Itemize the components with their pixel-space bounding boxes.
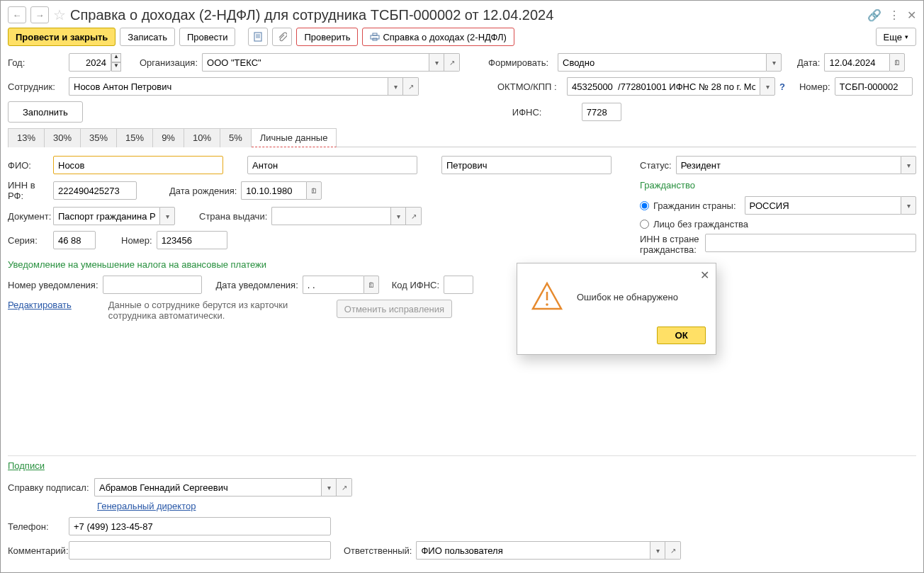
tab-5[interactable]: 5% (220, 128, 252, 147)
birth-calendar-button[interactable]: 🗓 (306, 181, 322, 200)
signed-by-label: Справку подписал: (8, 482, 90, 493)
print-ndfl-button[interactable]: Справка о доходах (2-НДФЛ) (362, 28, 514, 46)
status-label: Статус: (640, 160, 672, 171)
svg-rect-0 (254, 33, 261, 41)
year-up-button[interactable]: ▲ (111, 53, 121, 62)
notice-num-input[interactable] (103, 276, 202, 294)
document-icon-button[interactable] (248, 28, 268, 46)
document-icon (253, 32, 263, 42)
post-button[interactable]: Провести (179, 28, 236, 46)
fill-button[interactable]: Заполнить (8, 101, 83, 123)
more-button[interactable]: Еще ▾ (876, 28, 916, 46)
issue-country-input[interactable] (271, 207, 390, 225)
status-input[interactable] (676, 156, 901, 174)
surname-input[interactable] (53, 156, 223, 174)
patronymic-input[interactable] (441, 156, 612, 174)
notice-date-input[interactable] (303, 276, 364, 294)
formation-input[interactable] (558, 53, 766, 72)
ifns-input[interactable] (582, 103, 621, 121)
fio-label: ФИО: (8, 160, 49, 171)
inn-rf-input[interactable] (53, 181, 137, 200)
tabs: 13% 30% 35% 15% 9% 10% 5% Личные данные (8, 128, 916, 147)
signed-by-input[interactable] (94, 478, 321, 497)
country-input[interactable] (745, 196, 901, 215)
responsible-input[interactable] (416, 541, 650, 560)
year-down-button[interactable]: ▼ (111, 62, 121, 72)
employee-open-button[interactable]: ↗ (403, 77, 419, 96)
comment-label: Комментарий: (8, 545, 64, 556)
date-label: Дата: (797, 57, 820, 68)
document-input[interactable] (53, 207, 159, 225)
chevron-down-icon: ▾ (905, 33, 908, 40)
stateless-radio-label: Лицо без гражданства (653, 219, 748, 229)
ifns-code-input[interactable] (444, 276, 473, 294)
cancel-corrections-button[interactable]: Отменить исправления (337, 300, 452, 318)
tab-15[interactable]: 15% (117, 128, 153, 147)
edit-link[interactable]: Редактировать (8, 300, 72, 310)
issue-country-dropdown-button[interactable]: ▾ (390, 207, 406, 225)
number-input[interactable] (835, 77, 913, 96)
date-input[interactable] (824, 53, 889, 72)
issue-country-open-button[interactable]: ↗ (406, 207, 422, 225)
status-dropdown-button[interactable]: ▾ (901, 156, 916, 174)
stateless-radio[interactable] (640, 220, 649, 229)
check-button[interactable]: Проверить (296, 28, 358, 46)
signatures-link[interactable]: Подписи (8, 460, 45, 471)
nav-back-button[interactable]: ← (8, 6, 26, 23)
responsible-dropdown-button[interactable]: ▾ (650, 541, 665, 560)
nav-forward-button[interactable]: → (30, 6, 49, 23)
name-input[interactable] (247, 156, 417, 174)
series-input[interactable] (53, 231, 96, 249)
post-and-close-button[interactable]: Провести и закрыть (8, 28, 116, 46)
tab-13[interactable]: 13% (8, 128, 45, 147)
doc-number-input[interactable] (157, 231, 227, 249)
citizenship-title: Гражданство (640, 180, 916, 191)
birth-label: Дата рождения: (169, 186, 237, 196)
document-label: Документ: (8, 211, 49, 222)
responsible-open-button[interactable]: ↗ (665, 541, 681, 560)
year-input[interactable] (69, 53, 111, 72)
signed-by-open-button[interactable]: ↗ (337, 478, 352, 497)
oktmo-label: ОКТМО/КПП : (497, 81, 563, 92)
employee-input[interactable] (69, 77, 388, 96)
inn-country-input[interactable] (705, 234, 916, 252)
tab-35[interactable]: 35% (81, 128, 117, 147)
link-icon[interactable]: 🔗 (867, 8, 881, 22)
signed-by-dropdown-button[interactable]: ▾ (321, 478, 337, 497)
citizen-radio[interactable] (640, 201, 649, 210)
oktmo-help-button[interactable]: ? (779, 81, 785, 92)
write-button[interactable]: Записать (120, 28, 175, 46)
close-window-icon[interactable]: ✕ (907, 8, 916, 22)
oktmo-dropdown-button[interactable]: ▾ (760, 77, 775, 96)
dialog-close-button[interactable]: ✕ (697, 268, 711, 282)
attachment-button[interactable] (272, 28, 292, 46)
org-label: Организация: (140, 57, 198, 68)
org-dropdown-button[interactable]: ▾ (429, 53, 444, 72)
org-input[interactable] (202, 53, 429, 72)
tab-10[interactable]: 10% (184, 128, 220, 147)
notice-date-calendar-button[interactable]: 🗓 (364, 276, 379, 294)
birth-input[interactable] (241, 181, 306, 200)
oktmo-input[interactable] (567, 77, 760, 96)
org-open-button[interactable]: ↗ (444, 53, 460, 72)
date-calendar-button[interactable]: 🗓 (889, 53, 905, 72)
tab-personal-data[interactable]: Личные данные (252, 128, 337, 147)
favorite-star-icon[interactable]: ☆ (53, 6, 66, 23)
signed-by-position-link[interactable]: Генеральный директор (97, 501, 196, 511)
ifns-code-label: Код ИФНС: (392, 280, 439, 290)
tab-30[interactable]: 30% (45, 128, 81, 147)
ifns-label: ИФНС: (512, 107, 578, 118)
phone-input[interactable] (69, 517, 331, 535)
inn-rf-label: ИНН в РФ: (8, 180, 49, 201)
printer-icon (370, 33, 380, 41)
employee-dropdown-button[interactable]: ▾ (388, 77, 403, 96)
dialog-ok-button[interactable]: ОК (657, 327, 706, 344)
comment-input[interactable] (69, 541, 331, 560)
kebab-menu-icon[interactable]: ⋮ (889, 8, 900, 22)
formation-dropdown-button[interactable]: ▾ (766, 53, 782, 72)
document-dropdown-button[interactable]: ▾ (159, 207, 175, 225)
phone-label: Телефон: (8, 521, 64, 532)
country-dropdown-button[interactable]: ▾ (901, 196, 916, 215)
tab-9[interactable]: 9% (153, 128, 184, 147)
citizen-radio-label: Гражданин страны: (653, 200, 736, 211)
